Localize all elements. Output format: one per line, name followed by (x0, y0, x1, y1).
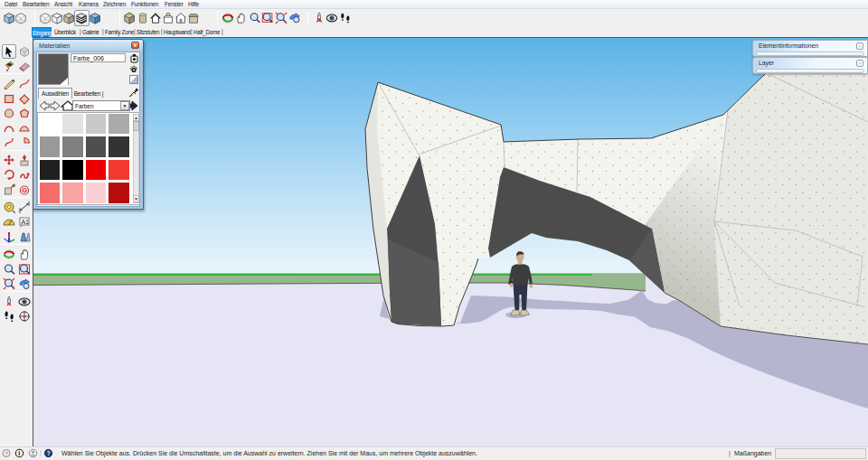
svg-text:A1: A1 (21, 219, 29, 225)
svg-text:i: i (18, 450, 20, 456)
svg-text:?: ? (47, 450, 51, 456)
svg-text:?: ? (5, 451, 9, 456)
